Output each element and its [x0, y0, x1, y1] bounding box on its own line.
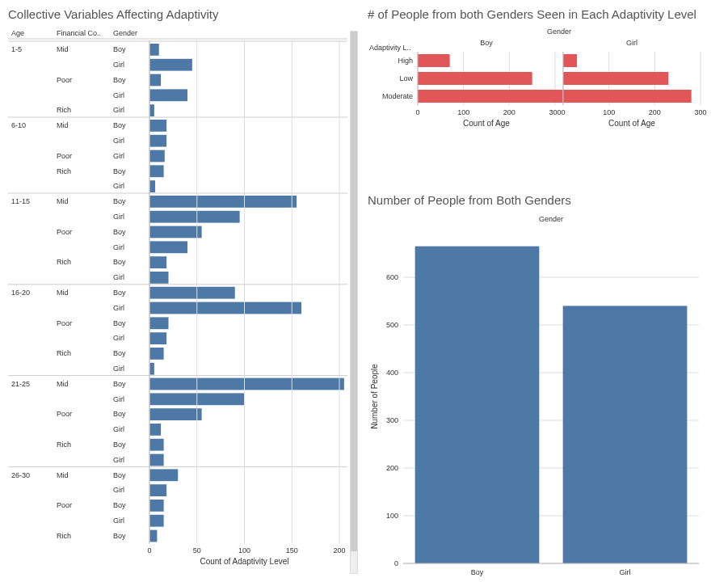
gender-label: Girl	[113, 151, 124, 159]
bar[interactable]	[149, 196, 297, 208]
bar[interactable]	[149, 500, 164, 512]
bar[interactable]	[149, 241, 187, 253]
bar[interactable]	[149, 377, 344, 390]
financial-label: Mid	[57, 197, 69, 205]
bar[interactable]	[149, 469, 178, 481]
bar[interactable]	[149, 134, 166, 146]
gender-label: Girl	[113, 213, 124, 221]
chart-title: Number of People from Both Genders	[368, 192, 720, 209]
bar[interactable]	[149, 529, 157, 542]
gender-label: Girl	[113, 517, 124, 525]
x-tick: 50	[193, 546, 201, 555]
bar[interactable]	[415, 246, 540, 563]
gender-label: Girl	[113, 137, 124, 145]
facet-label: Girl	[626, 39, 638, 47]
bar[interactable]	[149, 332, 166, 344]
bar[interactable]	[563, 54, 577, 67]
gender-label: Boy	[113, 501, 126, 509]
bar[interactable]	[149, 165, 164, 177]
x-tick: 300	[549, 108, 561, 116]
x-axis-label: Count of Age	[463, 119, 510, 128]
financial-label: Mid	[57, 289, 69, 297]
financial-label: Mid	[57, 45, 69, 53]
category-label: Low	[399, 74, 413, 82]
bar[interactable]	[149, 272, 169, 284]
bar[interactable]	[149, 348, 164, 360]
gender-label: Girl	[113, 394, 124, 403]
gender-label: Girl	[113, 106, 124, 114]
gender-label: Boy	[113, 318, 126, 327]
bar[interactable]	[563, 90, 692, 103]
bar[interactable]	[149, 210, 240, 222]
x-tick: 0	[147, 546, 151, 555]
bar[interactable]	[149, 104, 154, 116]
category-label: High	[398, 57, 413, 65]
bar[interactable]	[149, 286, 235, 298]
bar[interactable]	[149, 453, 164, 466]
column-header: Financial Co..	[57, 29, 101, 37]
bar[interactable]	[149, 302, 301, 314]
column-header: Age	[11, 29, 24, 37]
gender-label: Boy	[113, 45, 126, 53]
gender-label: Girl	[113, 455, 124, 463]
financial-label: Poor	[57, 227, 72, 235]
chart-people-by-gender[interactable]: Gender0100200300400500600Number of Peopl…	[368, 212, 711, 580]
bar[interactable]	[149, 89, 187, 101]
bar[interactable]	[149, 120, 166, 132]
financial-label: Poor	[57, 410, 72, 418]
financial-label: Mid	[57, 379, 69, 387]
scrollbar[interactable]	[350, 31, 358, 574]
financial-label: Poor	[57, 151, 72, 159]
bar[interactable]	[563, 306, 688, 563]
financial-label: Rich	[57, 106, 71, 114]
age-label: 26-30	[11, 470, 30, 479]
category-label: Girl	[620, 568, 631, 576]
column-header: Gender	[113, 29, 137, 37]
facet-dim-label: Gender	[547, 27, 571, 36]
chart-title: Collective Variables Affecting Adaptivit…	[8, 6, 351, 23]
bar[interactable]	[563, 72, 668, 85]
x-tick: 150	[286, 546, 298, 555]
gender-label: Boy	[113, 410, 126, 418]
age-label: 11-15	[11, 197, 30, 205]
chart-collective-variables[interactable]: AgeFinancial Co..Gender1-5MidBoyGirlPoor…	[8, 26, 356, 576]
bar[interactable]	[149, 150, 165, 162]
dashboard: # of People from both Genders Seen in Ea…	[0, 0, 728, 582]
gender-label: Boy	[113, 379, 126, 387]
x-tick: 100	[238, 546, 250, 555]
gender-label: Boy	[113, 167, 126, 175]
bar[interactable]	[149, 256, 166, 268]
gender-label: Girl	[113, 303, 124, 311]
bar[interactable]	[149, 226, 202, 238]
chart-adaptivity-by-gender[interactable]: GenderAdaptivity L..Boy0100200300HighLow…	[368, 26, 711, 171]
bar[interactable]	[418, 54, 450, 67]
bar[interactable]	[149, 44, 159, 56]
financial-label: Mid	[57, 470, 69, 479]
y-tick: 400	[386, 369, 398, 377]
bar[interactable]	[149, 58, 192, 70]
category-label: Moderate	[382, 92, 413, 100]
financial-label: Rich	[57, 441, 71, 449]
y-axis-label: Number of People	[370, 363, 379, 428]
bar[interactable]	[149, 424, 161, 436]
scroll-thumb[interactable]	[351, 32, 357, 551]
bar[interactable]	[149, 408, 202, 420]
gender-label: Boy	[113, 75, 126, 83]
bar[interactable]	[149, 438, 164, 450]
bar[interactable]	[418, 72, 532, 85]
gender-label: Girl	[113, 182, 124, 190]
row-dim-label: Adaptivity L..	[369, 44, 411, 52]
gender-label: Boy	[113, 441, 126, 449]
gender-label: Girl	[113, 365, 124, 373]
bar[interactable]	[418, 90, 578, 103]
bar[interactable]	[149, 74, 161, 86]
x-tick: 100	[457, 108, 469, 116]
bar[interactable]	[149, 317, 169, 329]
bar[interactable]	[149, 484, 166, 496]
bar[interactable]	[149, 362, 154, 374]
financial-label: Rich	[57, 167, 71, 175]
bar[interactable]	[149, 180, 155, 192]
bar[interactable]	[149, 514, 164, 526]
gender-label: Boy	[113, 289, 126, 297]
financial-label: Rich	[57, 349, 71, 357]
